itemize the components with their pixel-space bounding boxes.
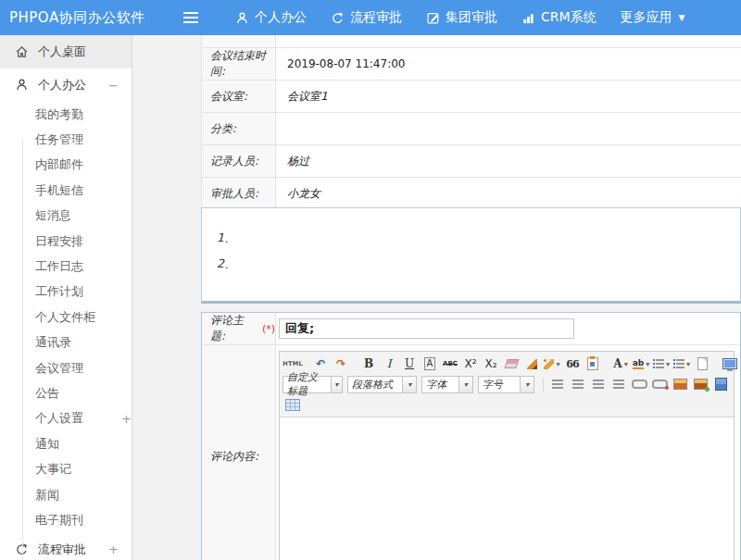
strikethrough-icon[interactable]: ABC	[441, 355, 459, 372]
menu-toggle-icon[interactable]	[183, 12, 198, 23]
nav-group-approval[interactable]: 集团审批	[426, 9, 497, 26]
font-size-select[interactable]: 字号▾	[478, 376, 534, 393]
new-page-icon[interactable]	[693, 355, 711, 372]
unordered-list-icon[interactable]: ▾	[672, 355, 691, 372]
caret-down-icon: ▾	[520, 377, 534, 392]
align-center-icon[interactable]	[569, 376, 587, 392]
meeting-minutes-box: 1、 2、	[201, 207, 741, 304]
nav-more-apps[interactable]: 更多应用 ▼	[621, 9, 685, 26]
sidebar-item-announcement[interactable]: 公告	[0, 380, 132, 405]
redo-icon[interactable]: ↷	[332, 355, 350, 372]
field-value: 小龙女	[276, 178, 320, 209]
sidebar-item-contacts[interactable]: 通讯录	[0, 330, 132, 355]
minutes-line: 1、	[217, 225, 740, 251]
insert-image-icon	[673, 379, 687, 390]
format-brush-icon[interactable]	[522, 355, 541, 372]
nav-label: 更多应用	[621, 9, 672, 26]
toolbar-separator	[543, 378, 544, 392]
paste-from-word-icon[interactable]	[584, 355, 602, 372]
link-icon[interactable]	[630, 376, 648, 392]
font-color-icon[interactable]: A▾	[611, 355, 630, 372]
sidebar-item-label: 手机短信	[35, 182, 83, 199]
sidebar-item-personal-settings[interactable]: 个人设置+	[0, 406, 132, 431]
field-label: 会议室:	[202, 81, 276, 112]
sidebar-item-label: 通讯录	[35, 334, 71, 351]
collapse-icon[interactable]: −	[108, 79, 119, 93]
paragraph-format-select[interactable]: 段落格式▾	[347, 376, 417, 393]
nav-workflow-approval[interactable]: 流程审批	[331, 9, 402, 26]
sidebar-item-news[interactable]: 新闻	[0, 482, 132, 507]
sidebar-item-short-message[interactable]: 短消息	[0, 204, 132, 229]
editor-toolbar: HTML↶↷BIUAABCX²X₂▾66A▾ab▾▾▾ 自定义标题▾段落格式▾字…	[280, 352, 734, 417]
unordered-list-icon	[673, 359, 684, 368]
sidebar-item-notice[interactable]: 通知	[0, 431, 132, 456]
comment-form: 评论主题: (*) 评论内容: HTML↶↷BIUAABCX²X₂▾66A▾ab…	[201, 312, 741, 560]
paste-from-word-icon	[587, 357, 598, 370]
comment-subject-input[interactable]	[279, 318, 574, 339]
remove-format-eraser-icon[interactable]	[502, 355, 521, 372]
ordered-list-icon[interactable]: ▾	[652, 355, 671, 372]
nav-label: 流程审批	[350, 9, 402, 26]
expand-icon[interactable]: +	[108, 542, 119, 556]
font-family-select[interactable]: 字体▾	[421, 376, 472, 393]
insert-media-icon[interactable]	[711, 376, 730, 392]
sidebar-item-work-diary[interactable]: 工作日志	[0, 254, 132, 279]
nav-personal-office[interactable]: 个人办公	[235, 9, 307, 26]
caret-down-icon: ▾	[646, 360, 649, 368]
caret-down-icon: ▼	[679, 13, 685, 22]
sidebar-item-meeting-management[interactable]: 会议管理	[0, 355, 132, 380]
unlink-icon[interactable]	[650, 376, 669, 392]
spellcheck-pen-icon	[544, 359, 554, 369]
italic-icon[interactable]: I	[380, 355, 398, 372]
sidebar-item-memorabilia[interactable]: 大事记	[0, 456, 132, 481]
sidebar-item-work-plan[interactable]: 工作计划	[0, 280, 132, 305]
insert-image-icon[interactable]	[671, 376, 689, 392]
sidebar-item-my-attendance[interactable]: 我的考勤	[0, 102, 132, 127]
insert-table-icon[interactable]	[283, 396, 302, 413]
home-icon	[15, 44, 30, 59]
sidebar-item-mobile-sms[interactable]: 手机短信	[0, 178, 132, 203]
sidebar-item-personal-files[interactable]: 个人文件柜	[0, 305, 132, 330]
field-label: 分类:	[202, 113, 276, 144]
image-manager-icon[interactable]	[691, 376, 710, 392]
expand-icon[interactable]: +	[121, 412, 132, 426]
nav-crm-system[interactable]: CRM系统	[521, 9, 597, 26]
underline-icon[interactable]: U	[400, 355, 419, 372]
rich-text-editor: HTML↶↷BIUAABCX²X₂▾66A▾ab▾▾▾ 自定义标题▾段落格式▾字…	[279, 351, 735, 560]
font-box-icon[interactable]: A	[421, 355, 439, 372]
comment-content-row: 评论内容: HTML↶↷BIUAABCX²X₂▾66A▾ab▾▾▾ 自定义标题▾…	[202, 345, 740, 560]
align-right-icon[interactable]	[589, 376, 608, 392]
sidebar-item-internal-mail[interactable]: 内部邮件	[0, 153, 132, 178]
caret-down-icon: ▾	[402, 377, 416, 392]
sidebar-item-personal-office[interactable]: 个人办公−	[0, 68, 132, 102]
sidebar-item-personal-desktop[interactable]: 个人桌面	[0, 35, 132, 68]
meeting-info-row: 会议结束时间:2019-08-07 11:47:00	[202, 48, 741, 81]
fullscreen-icon	[722, 358, 737, 369]
highlight-color-icon[interactable]: ab▾	[632, 355, 650, 372]
meeting-info-row: 记录人员:杨过	[202, 145, 741, 178]
sidebar-item-e-journal[interactable]: 电子期刊	[0, 507, 132, 532]
align-right-icon	[593, 380, 604, 389]
align-left-icon[interactable]	[548, 376, 567, 392]
comment-subject-label: 评论主题: (*)	[202, 313, 276, 344]
sidebar-item-label: 会议管理	[35, 360, 83, 377]
heading-select[interactable]: 自定义标题▾	[283, 376, 343, 393]
fullscreen-icon[interactable]	[721, 355, 739, 372]
nav-label: 集团审批	[446, 9, 497, 26]
font-family-select-value: 字体	[426, 378, 446, 392]
bold-icon[interactable]: B	[359, 355, 378, 372]
sidebar-item-workflow-approval[interactable]: 流程审批+	[0, 533, 132, 560]
sidebar-item-task-management[interactable]: 任务管理	[0, 127, 132, 152]
spellcheck-pen-icon[interactable]: ▾	[543, 355, 561, 372]
new-page-icon	[697, 357, 708, 370]
superscript-icon[interactable]: X²	[461, 355, 480, 372]
sidebar-item-schedule[interactable]: 日程安排	[0, 229, 132, 254]
sidebar-item-label: 我的考勤	[35, 106, 83, 123]
editor-content-area[interactable]	[280, 417, 734, 560]
subscript-icon[interactable]: X₂	[482, 355, 500, 372]
sidebar-item-label: 流程审批	[38, 541, 86, 558]
person-icon	[15, 78, 30, 93]
blockquote-icon[interactable]: 66	[563, 355, 582, 372]
caret-down-icon: ▾	[624, 360, 628, 368]
align-justify-icon[interactable]	[609, 376, 628, 392]
